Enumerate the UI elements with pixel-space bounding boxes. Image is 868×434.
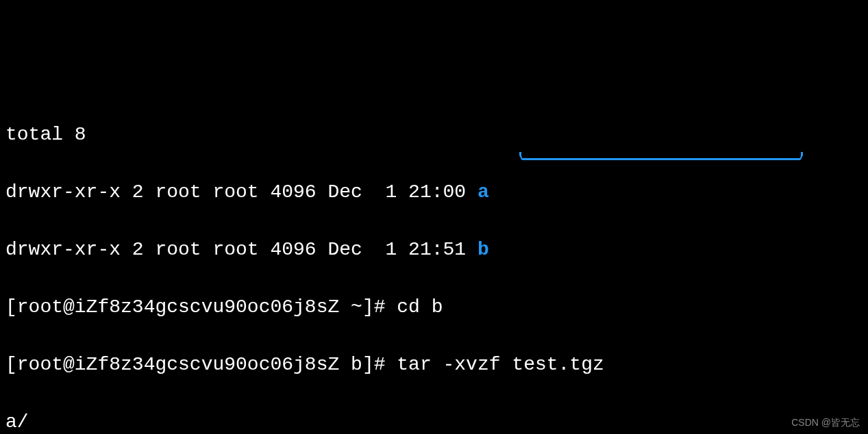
tar-output-line: a/ (5, 408, 863, 434)
directory-name: b (478, 239, 489, 260)
ls-entry-perms: drwxr-xr-x 2 root root 4096 Dec 1 21:51 (5, 239, 478, 260)
terminal-prompt-line[interactable]: [root@iZf8z34gcscvu90oc06j8sZ ~]# cd b (5, 293, 863, 322)
terminal-line-ls: drwxr-xr-x 2 root root 4096 Dec 1 21:00 … (5, 178, 863, 207)
ls-entry-perms: drwxr-xr-x 2 root root 4096 Dec 1 21:00 (5, 181, 478, 203)
directory-name: a (478, 181, 489, 203)
shell-command: tar -xvzf test.tgz (397, 354, 604, 375)
shell-prompt: [root@iZf8z34gcscvu90oc06j8sZ b]# (5, 354, 397, 375)
terminal-prompt-line[interactable]: [root@iZf8z34gcscvu90oc06j8sZ b]# tar -x… (5, 350, 863, 379)
terminal-line-total: total 8 (5, 120, 863, 149)
shell-prompt: [root@iZf8z34gcscvu90oc06j8sZ ~]# (5, 296, 397, 318)
extracted-path: a/ (5, 411, 29, 433)
annotation-underline (521, 157, 802, 160)
shell-command: cd b (397, 296, 443, 318)
total-output: total 8 (5, 124, 86, 145)
terminal-line-ls: drwxr-xr-x 2 root root 4096 Dec 1 21:51 … (5, 235, 863, 264)
watermark-text: CSDN @皆无忘 (791, 416, 860, 430)
